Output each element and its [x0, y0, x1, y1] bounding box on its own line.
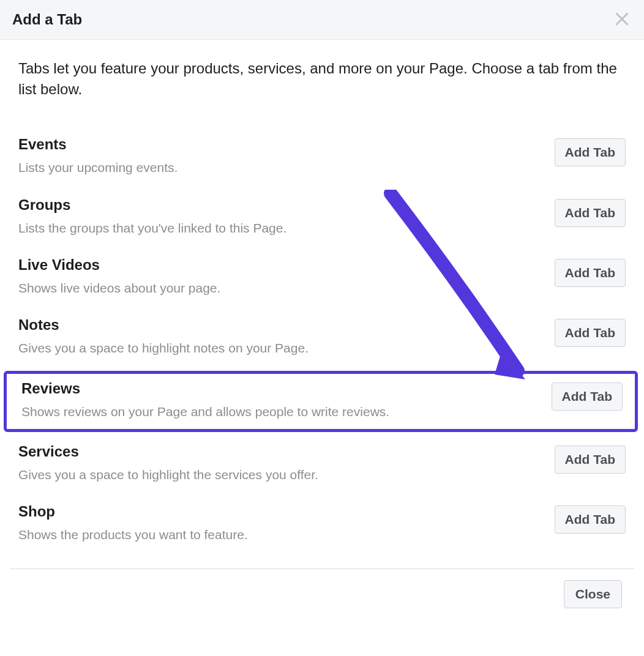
- add-tab-button[interactable]: Add Tab: [555, 259, 626, 287]
- tab-description: Gives you a space to highlight the servi…: [18, 466, 555, 483]
- tab-description: Gives you a space to highlight notes on …: [18, 340, 555, 357]
- add-tab-button[interactable]: Add Tab: [555, 319, 626, 347]
- tab-info: GroupsLists the groups that you've linke…: [18, 196, 555, 237]
- tab-name: Live Videos: [18, 256, 555, 274]
- tab-description: Lists your upcoming events.: [18, 159, 555, 176]
- modal-footer: Close: [10, 568, 634, 619]
- close-button[interactable]: Close: [564, 580, 622, 608]
- tab-description: Shows live videos about your page.: [18, 280, 555, 297]
- tab-description: Shows reviews on your Page and allows pe…: [21, 403, 552, 420]
- tab-row: GroupsLists the groups that you've linke…: [18, 189, 626, 249]
- tab-info: NotesGives you a space to highlight note…: [18, 316, 555, 357]
- modal-title: Add a Tab: [12, 11, 82, 28]
- add-tab-button[interactable]: Add Tab: [555, 505, 626, 534]
- add-tab-button[interactable]: Add Tab: [555, 199, 626, 227]
- tab-info: EventsLists your upcoming events.: [18, 136, 555, 176]
- tab-row: Live VideosShows live videos about your …: [18, 249, 626, 309]
- tab-description: Lists the groups that you've linked to t…: [18, 220, 555, 237]
- modal-body: Tabs let you feature your products, serv…: [0, 40, 644, 568]
- tab-name: Groups: [18, 196, 555, 214]
- tab-name: Services: [18, 443, 555, 460]
- tab-row: ServicesGives you a space to highlight t…: [18, 436, 626, 496]
- tab-info: ReviewsShows reviews on your Page and al…: [21, 380, 552, 420]
- tab-info: ShopShows the products you want to featu…: [18, 503, 555, 543]
- tab-name: Notes: [18, 316, 555, 334]
- intro-text: Tabs let you feature your products, serv…: [18, 58, 626, 99]
- modal-header: Add a Tab: [0, 0, 644, 40]
- tab-row: NotesGives you a space to highlight note…: [18, 309, 626, 369]
- tab-info: Live VideosShows live videos about your …: [18, 256, 555, 297]
- close-icon[interactable]: [612, 11, 632, 28]
- tab-list: EventsLists your upcoming events.Add Tab…: [18, 129, 626, 556]
- tab-name: Reviews: [21, 380, 552, 397]
- tab-description: Shows the products you want to feature.: [18, 526, 555, 543]
- add-tab-button[interactable]: Add Tab: [555, 138, 626, 166]
- tab-row: ShopShows the products you want to featu…: [18, 496, 626, 556]
- tab-info: ServicesGives you a space to highlight t…: [18, 443, 555, 483]
- tab-row: EventsLists your upcoming events.Add Tab: [18, 129, 626, 188]
- tab-row: ReviewsShows reviews on your Page and al…: [4, 371, 638, 432]
- add-tab-button[interactable]: Add Tab: [555, 445, 626, 474]
- tab-name: Shop: [18, 503, 555, 520]
- add-tab-button[interactable]: Add Tab: [552, 382, 623, 411]
- tab-name: Events: [18, 136, 555, 153]
